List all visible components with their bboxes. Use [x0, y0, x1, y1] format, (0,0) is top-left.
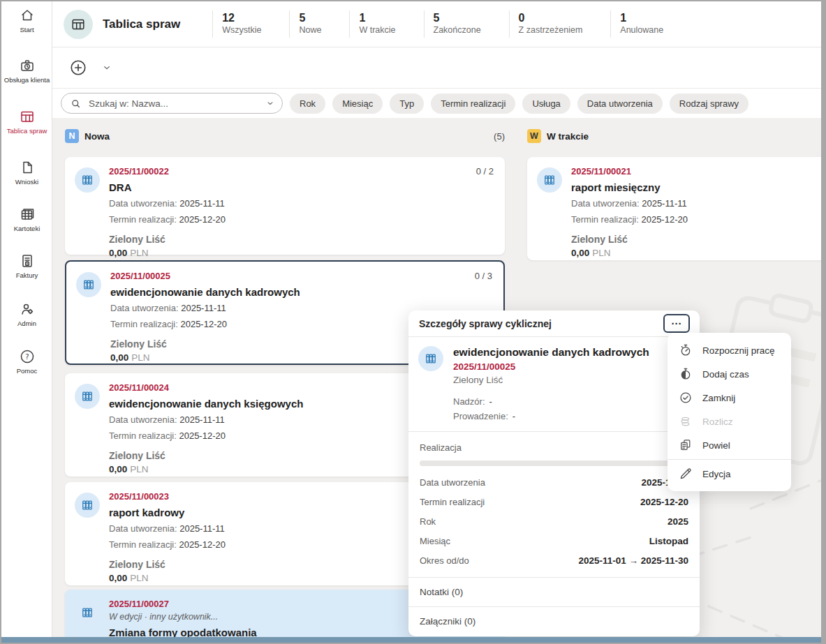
case-card[interactable]: 2025/11/00021 raport miesięczny Data utw… [527, 157, 825, 260]
stat-nowe[interactable]: 5 Nowe [289, 10, 321, 38]
case-created-date: 2025-11-11 [179, 523, 225, 534]
case-card[interactable]: 2025/11/00022 0 / 2 DRA Data utworzenia:… [65, 157, 505, 255]
case-title: DRA [109, 181, 494, 193]
card-index-icon [19, 206, 36, 223]
case-deadline-date: 2025-12-20 [179, 539, 226, 550]
popup-case-summary: ewidencjonowanie danych kadrowych 2025/1… [408, 337, 700, 385]
stat-wszystkie[interactable]: 12 Wszystkie [212, 10, 261, 38]
popup-header: Szczegóły sprawy cyklicznej ··· [408, 310, 700, 337]
menu-divider [668, 459, 791, 460]
case-deadline-date: 2025-12-20 [641, 214, 688, 225]
case-amount: 0,00 [109, 248, 127, 258]
filter-chip-rok[interactable]: Rok [290, 93, 325, 114]
menu-item-zamknij[interactable]: Zamknij [668, 386, 791, 410]
more-actions-button[interactable]: ··· [663, 314, 690, 333]
filter-chip-termin-realizacji[interactable]: Termin realizacji [431, 93, 515, 114]
filter-chip-usluga[interactable]: Usługa [522, 93, 570, 114]
case-number: 2025/11/00023 [109, 491, 169, 502]
filter-chip-miesiac[interactable]: Miesiąc [332, 93, 383, 114]
case-task-counter: 0 / 3 [475, 271, 492, 281]
document-icon [19, 159, 36, 176]
sidebar-item-label: Obsługa klienta [1, 76, 52, 84]
binders-icon [75, 493, 100, 518]
help-icon: ? [19, 348, 36, 365]
check-circle-icon [679, 391, 693, 405]
sidebar-item-wnioski[interactable]: Wnioski [1, 159, 52, 186]
popup-case-title: ewidencjonowanie danych kadrowych [453, 346, 649, 359]
stat-anulowane[interactable]: 1 Anulowane [610, 10, 663, 38]
menu-item-powiel[interactable]: Powiel [668, 433, 791, 457]
menu-item-label: Dodaj czas [702, 369, 749, 380]
svg-text:$: $ [26, 262, 28, 265]
sidebar-item-obsluga-klienta[interactable]: Obsługa klienta [1, 57, 52, 84]
search-input[interactable] [89, 98, 265, 109]
add-case-dropdown-chevron-icon[interactable] [101, 62, 112, 73]
handling-value: - [512, 411, 515, 421]
binders-icon [75, 600, 100, 625]
sidebar-item-kartoteki[interactable]: Kartoteki [1, 206, 52, 233]
case-details-popup: Szczegóły sprawy cyklicznej ··· ewidencj… [408, 310, 700, 636]
case-currency: PLN [592, 248, 610, 258]
menu-item-dodaj-czas[interactable]: Dodaj czas [668, 362, 791, 386]
menu-item-rozpocznij-prace[interactable]: Rozpocznij pracę [668, 338, 791, 362]
case-currency: PLN [130, 464, 148, 474]
search-icon [70, 98, 82, 110]
attachments-accordion[interactable]: Załączniki (0) [408, 606, 700, 636]
filter-chip-data-utworzenia[interactable]: Data utworzenia [577, 93, 663, 114]
column-title: Nowa [84, 131, 110, 142]
sidebar-item-label: Pomoc [1, 367, 52, 375]
sidebar-item-label: Start [1, 26, 52, 34]
binders-icon [75, 384, 100, 409]
stat-zakonczone[interactable]: 5 Zakończone [424, 10, 481, 38]
home-icon [19, 7, 36, 24]
case-title: ewidencjonowanie danych kadrowych [110, 286, 492, 298]
stopwatch-icon [679, 343, 693, 357]
binders-icon [418, 346, 443, 371]
case-actions-menu: Rozpocznij pracę Dodaj czas Zamknij Rozl… [668, 333, 791, 491]
search-scope-chevron-icon[interactable] [265, 98, 275, 108]
detail-row: Okres od/do 2025-11-01 → 2025-11-30 [420, 551, 688, 570]
stat-z-zastrzezeniem[interactable]: 0 Z zastrzeżeniem [509, 10, 583, 38]
binders-icon [76, 272, 101, 297]
sidebar-item-start[interactable]: Start [1, 7, 52, 34]
column-badge-w-trakcie: W [527, 129, 541, 143]
case-created-date: 2025-11-11 [181, 303, 226, 313]
case-number: 2025/11/00021 [571, 166, 631, 177]
popup-progress-section: Realizacja [408, 432, 700, 466]
sidebar-item-label: Tablica spraw [1, 127, 52, 135]
column-header-w-trakcie: W W trakcie [527, 129, 825, 143]
sidebar-item-label: Kartoteki [1, 225, 52, 233]
window-right-edge [821, 1, 825, 643]
case-number: 2025/11/00024 [109, 382, 169, 393]
case-deadline-date: 2025-12-20 [179, 214, 226, 225]
duplicate-icon [679, 438, 693, 452]
invoice-icon: $ [19, 253, 36, 269]
case-currency: PLN [131, 352, 149, 363]
menu-item-edycja[interactable]: Edycja [668, 462, 791, 486]
menu-item-label: Rozpocznij pracę [702, 345, 775, 356]
sidebar-item-pomoc[interactable]: ? Pomoc [1, 348, 52, 375]
case-task-counter: 0 / 2 [476, 166, 494, 177]
notes-accordion[interactable]: Notatki (0) [408, 578, 700, 606]
case-deadline-date: 2025-12-20 [179, 430, 226, 441]
stat-w-trakcie[interactable]: 1 W trakcie [349, 10, 395, 38]
customer-service-icon [19, 57, 36, 74]
case-number: 2025/11/00022 [109, 166, 169, 177]
sidebar-item-tablica-spraw[interactable]: Tablica spraw [1, 108, 52, 135]
filter-chip-typ[interactable]: Typ [390, 93, 424, 114]
sidebar-item-faktury[interactable]: $ Faktury [1, 253, 52, 280]
filter-bar: Rok Miesiąc Typ Termin realizacji Usługa… [52, 89, 825, 118]
add-case-button[interactable] [69, 59, 87, 77]
sidebar-item-admin[interactable]: Admin [1, 301, 52, 328]
filter-chip-rodzaj-sprawy[interactable]: Rodzaj sprawy [670, 93, 748, 114]
case-amount: 0,00 [571, 248, 589, 258]
menu-item-label: Edycja [702, 469, 731, 479]
menu-item-label: Powiel [702, 440, 730, 451]
timer-fill-icon [679, 367, 693, 381]
case-title: raport miesięczny [571, 181, 825, 193]
sidebar-item-label: Admin [1, 320, 52, 328]
menu-item-label: Rozlicz [702, 417, 733, 427]
case-number: 2025/11/00027 [109, 599, 169, 609]
toolbar [52, 47, 825, 89]
popup-assignments: Nadzór:- Prowadzenie:- [408, 385, 700, 432]
